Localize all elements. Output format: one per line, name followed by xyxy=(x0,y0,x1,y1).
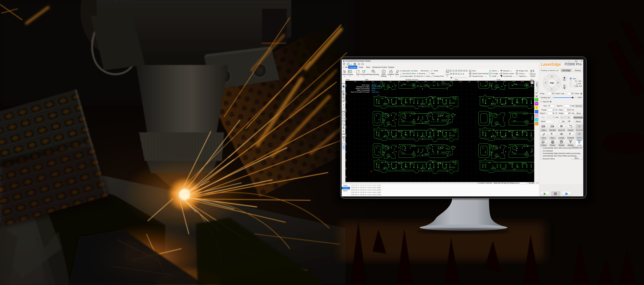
svg-text:Y+: Y+ xyxy=(551,76,553,78)
svg-text:»: » xyxy=(463,72,464,75)
svg-text:700: 700 xyxy=(460,81,462,82)
svg-text:X-: X- xyxy=(545,82,547,84)
svg-text:950: 950 xyxy=(504,81,506,82)
svg-text:1000: 1000 xyxy=(512,81,515,82)
svg-text:650: 650 xyxy=(451,81,453,82)
svg-text:950: 950 xyxy=(346,151,347,153)
svg-text:None: None xyxy=(372,89,376,91)
svg-text:850: 850 xyxy=(346,167,347,170)
svg-text:900: 900 xyxy=(495,81,497,82)
svg-text:800: 800 xyxy=(346,176,347,178)
svg-text:View Type:: View Type: xyxy=(362,84,370,86)
svg-text:500: 500 xyxy=(424,81,427,82)
svg-text:Workpiece Origin:: Workpiece Origin: xyxy=(356,86,370,88)
svg-text:850: 850 xyxy=(486,81,488,82)
svg-text:450: 450 xyxy=(416,81,418,82)
svg-text:1250: 1250 xyxy=(346,101,347,104)
svg-text:1: 1 xyxy=(383,70,384,72)
svg-text:Sketch: Sketch xyxy=(372,84,376,86)
svg-text:100: 100 xyxy=(354,81,356,82)
svg-text:150: 150 xyxy=(363,81,365,82)
svg-text:Y-: Y- xyxy=(551,88,553,90)
svg-text:750: 750 xyxy=(468,81,470,82)
svg-text:1300: 1300 xyxy=(346,92,347,95)
svg-text:900: 900 xyxy=(346,159,347,161)
svg-text:None: None xyxy=(372,88,376,89)
svg-text:350: 350 xyxy=(398,81,400,82)
svg-text:1050: 1050 xyxy=(346,134,347,137)
svg-text:SIM: SIM xyxy=(542,126,544,127)
svg-text:W: W xyxy=(552,142,554,143)
svg-text:High: High xyxy=(550,82,554,84)
svg-text:Stagnation: Stagnation xyxy=(372,91,380,93)
svg-text:Before Processing:: Before Processing: xyxy=(356,88,370,89)
svg-text:(0.000, 0.000): (0.000, 0.000) xyxy=(372,86,382,88)
svg-text:1000: 1000 xyxy=(346,142,347,145)
svg-text:«: « xyxy=(460,72,462,75)
svg-text:550: 550 xyxy=(433,81,436,82)
svg-text:¥: ¥ xyxy=(542,141,543,143)
svg-text:X+: X+ xyxy=(557,82,559,84)
svg-text:1200: 1200 xyxy=(346,109,347,112)
svg-text:1150: 1150 xyxy=(346,117,347,120)
svg-text:1050: 1050 xyxy=(521,81,524,82)
svg-text:«: « xyxy=(531,81,532,84)
svg-text:250: 250 xyxy=(380,81,383,82)
svg-text:200: 200 xyxy=(372,81,374,82)
svg-text:b: b xyxy=(470,73,471,74)
svg-text:Back Point After Process:: Back Point After Process: xyxy=(351,91,370,93)
svg-text:After Processing:: After Processing: xyxy=(357,89,370,91)
svg-text:1100: 1100 xyxy=(346,126,347,129)
svg-text:300: 300 xyxy=(389,81,392,82)
svg-text:1350: 1350 xyxy=(346,84,347,87)
